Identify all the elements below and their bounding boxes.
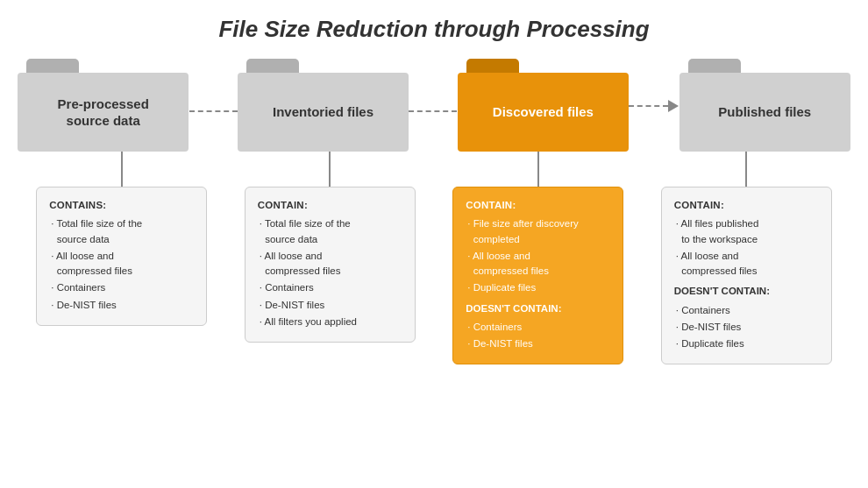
diagram: Pre-processed source data Inventoried fi… [18,59,850,364]
item-3-dc-1: · Containers [466,320,610,335]
folder-inventoried-shape: Inventoried files [238,59,409,152]
folder-inventoried: Inventoried files [238,59,409,152]
folder-tab-2 [246,59,299,73]
folder-tab-4 [688,59,741,73]
item-4-2: · All loose and compressed files [674,249,819,279]
contains-title-2: CONTAIN: [258,198,402,213]
item-3-2: · All loose and compressed files [466,249,610,279]
folder-tab-3 [466,59,519,73]
folder-body-1: Pre-processed source data [18,73,189,152]
info-box-discovered: CONTAIN: · File size after discovery com… [452,187,623,364]
arrow-head-icon [668,100,679,112]
doesnt-contain-title-4: DOESN'T CONTAIN: [674,284,819,299]
info-wrapper-1: CONTAINS: · Total file size of the sourc… [36,152,207,326]
item-1-2: · All loose and compressed files [49,249,194,279]
item-3-1: · File size after discovery completed [466,216,610,247]
connector-4 [745,152,747,187]
item-3-dc-2: · De-NIST files [466,336,610,351]
arrow-1 [189,110,238,112]
folder-body-3: Discovered files [458,73,629,152]
item-2-1: · Total file size of the source data [258,216,402,247]
folder-pre-processed-shape: Pre-processed source data [18,59,189,152]
item-2-5: · All filters you applied [258,315,402,329]
connector-1 [121,152,123,187]
bottom-section: CONTAINS: · Total file size of the sourc… [18,152,850,364]
folder-published: Published files [679,59,850,152]
folder-discovered: Discovered files [458,59,629,152]
item-4-1: · All files published to the workspace [674,216,819,247]
item-4-dc-2: · De-NIST files [674,320,819,335]
info-box-inventoried: CONTAIN: · Total file size of the source… [245,187,416,343]
folder-published-shape: Published files [679,59,850,152]
connector-2 [329,152,331,187]
item-2-4: · De-NIST files [258,298,402,313]
info-wrapper-4: CONTAIN: · All files published to the wo… [661,152,832,364]
folder-tab-1 [26,59,79,73]
contains-title-4: CONTAIN: [674,198,819,213]
info-box-pre-processed: CONTAINS: · Total file size of the sourc… [36,187,207,326]
arrow-2 [409,110,457,112]
folder-pre-processed: Pre-processed source data [18,59,189,152]
item-1-1: · Total file size of the source data [49,216,194,247]
folder-body-2: Inventoried files [238,73,409,152]
item-1-3: · Containers [49,280,194,295]
item-4-dc-1: · Containers [674,303,819,318]
info-wrapper-3: CONTAIN: · File size after discovery com… [452,152,623,364]
connector-3 [537,152,539,187]
contains-title-3: CONTAIN: [466,198,610,213]
folder-discovered-shape: Discovered files [458,59,629,152]
info-box-published: CONTAIN: · All files published to the wo… [661,187,832,364]
page-title: File Size Reduction through Processing [18,16,850,43]
item-1-4: · De-NIST files [49,298,194,313]
item-2-3: · Containers [258,280,402,295]
item-3-3: · Duplicate files [466,280,610,295]
arrow-3 [629,100,679,112]
info-wrapper-2: CONTAIN: · Total file size of the source… [245,152,416,343]
item-2-2: · All loose and compressed files [258,249,402,279]
folder-body-4: Published files [679,73,850,152]
contains-title-1: CONTAINS: [49,198,194,213]
page-container: File Size Reduction through Processing P… [0,0,868,488]
item-4-dc-3: · Duplicate files [674,336,819,351]
doesnt-contain-title-3: DOESN'T CONTAIN: [466,301,610,316]
